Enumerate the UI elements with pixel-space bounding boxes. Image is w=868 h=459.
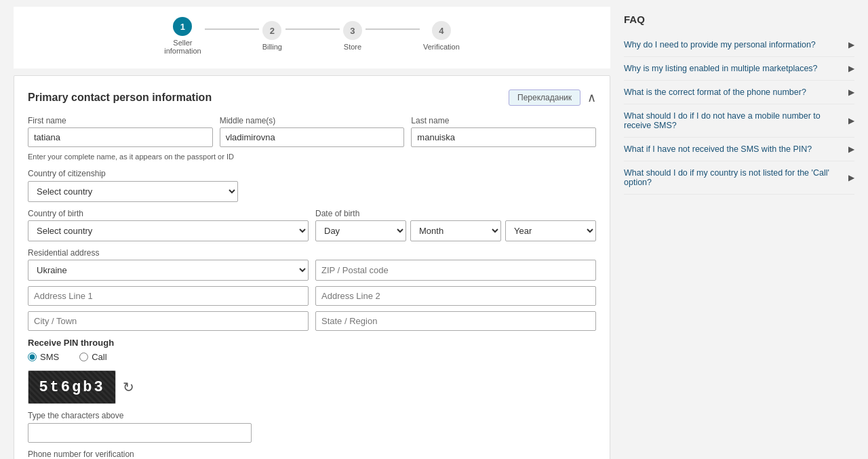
address-line1-input[interactable] bbox=[28, 286, 309, 306]
pin-section: Receive PIN through SMS Call 5t6gb3 bbox=[28, 338, 596, 459]
faq-question-0: Why do I need to provide my personal inf… bbox=[624, 40, 848, 49]
faq-question-5: What should I do if my country is not li… bbox=[624, 168, 848, 187]
citizenship-label: Country of citizenship bbox=[28, 169, 596, 178]
dob-year-select[interactable]: Year bbox=[505, 220, 596, 241]
captcha-image: 5t6gb3 bbox=[28, 370, 116, 404]
pin-call-label: Call bbox=[92, 352, 106, 362]
state-input[interactable] bbox=[315, 311, 596, 331]
step-4-circle: 4 bbox=[432, 21, 451, 40]
first-name-group: First name bbox=[28, 116, 213, 147]
faq-arrow-5: ▶ bbox=[848, 173, 854, 182]
faq-arrow-4: ▶ bbox=[848, 144, 854, 154]
form-title: Primary contact person information bbox=[28, 92, 212, 104]
birth-country-group: Country of birth Select country bbox=[28, 209, 309, 241]
phone-label: Phone number for verification bbox=[28, 450, 596, 459]
faq-question-4: What if I have not received the SMS with… bbox=[624, 144, 848, 154]
faq-item-4[interactable]: What if I have not received the SMS with… bbox=[624, 138, 854, 161]
faq-title: FAQ bbox=[624, 14, 854, 25]
citizenship-select[interactable]: Select country bbox=[28, 181, 238, 202]
step-3-label: Store bbox=[344, 43, 361, 51]
captcha-input-group: Type the characters above bbox=[28, 411, 596, 443]
address-line2-input[interactable] bbox=[315, 286, 596, 306]
address-country-zip: Ukraine bbox=[28, 260, 596, 281]
step-4-label: Verification bbox=[423, 43, 460, 51]
captcha-row: 5t6gb3 ↻ bbox=[28, 370, 596, 404]
dob-label: Date of birth bbox=[315, 209, 596, 218]
faq-arrow-0: ▶ bbox=[848, 40, 854, 49]
faq-item-2[interactable]: What is the correct format of the phone … bbox=[624, 81, 854, 104]
primary-contact-form: Primary contact person information Перек… bbox=[14, 75, 610, 459]
faq-container: FAQ Why do I need to provide my personal… bbox=[624, 7, 854, 201]
pin-call-option[interactable]: Call bbox=[79, 352, 106, 362]
step-2: 2 Billing bbox=[262, 21, 282, 51]
dob-group: Date of birth Day Month Year bbox=[315, 209, 596, 241]
pin-radio-group: SMS Call bbox=[28, 352, 596, 362]
residential-country-select[interactable]: Ukraine bbox=[28, 260, 309, 281]
step-1: 1 Sellerinformation bbox=[164, 17, 201, 55]
dob-day-select[interactable]: Day bbox=[315, 220, 406, 241]
step-connector-2 bbox=[285, 28, 340, 30]
dob-row: Day Month Year bbox=[315, 220, 596, 241]
city-input[interactable] bbox=[28, 311, 309, 331]
faq-arrow-1: ▶ bbox=[848, 64, 854, 73]
step-3-circle: 3 bbox=[343, 21, 362, 40]
zip-input[interactable] bbox=[315, 260, 596, 281]
pin-sms-option[interactable]: SMS bbox=[28, 352, 59, 362]
step-1-circle: 1 bbox=[173, 17, 192, 36]
faq-question-1: Why is my listing enabled in multiple ma… bbox=[624, 64, 848, 73]
captcha-refresh-button[interactable]: ↻ bbox=[123, 379, 134, 395]
dob-month-select[interactable]: Month bbox=[410, 220, 501, 241]
citizenship-group: Country of citizenship Select country bbox=[28, 169, 596, 202]
faq-arrow-2: ▶ bbox=[848, 87, 854, 97]
step-2-circle: 2 bbox=[262, 21, 281, 40]
pin-call-radio[interactable] bbox=[79, 353, 88, 361]
captcha-type-label: Type the characters above bbox=[28, 411, 596, 420]
faq-item-5[interactable]: What should I do if my country is not li… bbox=[624, 161, 854, 195]
middle-name-input[interactable] bbox=[220, 127, 405, 147]
faq-sidebar: FAQ Why do I need to provide my personal… bbox=[624, 7, 854, 459]
phone-group: Phone number for verification ▾ bbox=[28, 450, 596, 459]
pin-sms-label: SMS bbox=[40, 352, 59, 362]
pin-sms-radio[interactable] bbox=[28, 353, 37, 361]
collapse-button[interactable]: ∧ bbox=[587, 90, 596, 105]
step-4: 4 Verification bbox=[423, 21, 460, 51]
faq-item-1[interactable]: Why is my listing enabled in multiple ma… bbox=[624, 57, 854, 81]
last-name-label: Last name bbox=[411, 116, 596, 125]
faq-item-0[interactable]: Why do I need to provide my personal inf… bbox=[624, 33, 854, 57]
last-name-input[interactable] bbox=[411, 127, 596, 147]
name-row: First name Middle name(s) Last name bbox=[28, 116, 596, 147]
captcha-text: 5t6gb3 bbox=[39, 379, 104, 396]
stepper: 1 Sellerinformation 2 Billing 3 Store 4 … bbox=[14, 7, 610, 68]
last-name-group: Last name bbox=[411, 116, 596, 147]
faq-arrow-3: ▶ bbox=[848, 116, 854, 125]
birth-dob-row: Country of birth Select country Date of … bbox=[28, 209, 596, 241]
form-header: Primary contact person information Перек… bbox=[28, 89, 596, 106]
city-state-row bbox=[28, 311, 596, 331]
middle-name-group: Middle name(s) bbox=[220, 116, 405, 147]
step-connector-3 bbox=[366, 28, 420, 30]
step-1-label: Sellerinformation bbox=[164, 39, 201, 55]
faq-question-3: What should I do if I do not have a mobi… bbox=[624, 111, 848, 130]
captcha-input[interactable] bbox=[28, 423, 252, 443]
first-name-input[interactable] bbox=[28, 127, 213, 147]
address-lines-row bbox=[28, 286, 596, 306]
step-2-label: Billing bbox=[262, 43, 282, 51]
translate-button[interactable]: Перекладаник bbox=[509, 89, 580, 106]
birth-country-select[interactable]: Select country bbox=[28, 220, 309, 241]
step-3: 3 Store bbox=[343, 21, 362, 51]
middle-name-label: Middle name(s) bbox=[220, 116, 405, 125]
faq-item-3[interactable]: What should I do if I do not have a mobi… bbox=[624, 104, 854, 138]
birth-country-label: Country of birth bbox=[28, 209, 309, 218]
pin-label: Receive PIN through bbox=[28, 338, 596, 348]
first-name-label: First name bbox=[28, 116, 213, 125]
residential-label: Residential address bbox=[28, 248, 596, 258]
passport-note: Enter your complete name, as it appears … bbox=[28, 153, 596, 161]
step-connector-1 bbox=[205, 28, 259, 30]
faq-question-2: What is the correct format of the phone … bbox=[624, 87, 848, 97]
address-section: Residential address Ukraine bbox=[28, 248, 596, 331]
